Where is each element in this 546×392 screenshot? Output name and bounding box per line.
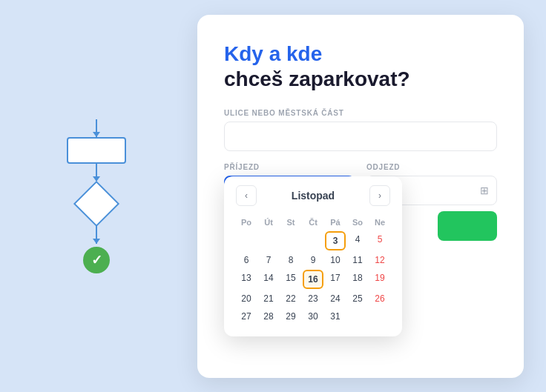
calendar-next-button[interactable]: › <box>369 185 390 206</box>
cal-day-27[interactable]: 27 <box>236 308 257 325</box>
cal-day-10[interactable]: 10 <box>325 252 346 268</box>
cal-day-empty <box>280 231 301 250</box>
title-line2: chceš zaparkovat? <box>224 67 410 90</box>
day-header-ct: Čt <box>303 215 323 230</box>
day-header-st: St <box>280 215 301 230</box>
cal-day-empty <box>369 308 390 325</box>
title-line1: Kdy a kde <box>224 42 322 65</box>
cal-day-empty <box>303 231 323 250</box>
flow-arrow-3 <box>96 226 97 244</box>
day-header-ne: Ne <box>369 215 390 230</box>
confirm-button[interactable] <box>438 211 497 241</box>
cal-day-4[interactable]: 4 <box>347 231 368 250</box>
day-header-pa: Pá <box>325 215 346 230</box>
calendar-popup: ‹ Listopad › Po Út St Čt Pá So Ne 3 4 5 … <box>224 176 402 336</box>
departure-calendar-icon: ⊞ <box>480 185 489 196</box>
cal-day-16[interactable]: 16 <box>303 270 323 289</box>
calendar-month: Listopad <box>292 190 335 202</box>
street-label: ULICE NEBO MĚSTSKÁ ČÁST <box>224 109 497 117</box>
day-header-po: Po <box>236 215 257 230</box>
page-title: Kdy a kde chceš zaparkovat? <box>224 41 497 91</box>
day-header-ut: Út <box>258 215 279 230</box>
flowchart-area: ✓ <box>0 0 193 392</box>
cal-day-6[interactable]: 6 <box>236 252 257 268</box>
cal-day-20[interactable]: 20 <box>236 290 257 307</box>
cal-day-21[interactable]: 21 <box>258 290 279 307</box>
cal-day-31[interactable]: 31 <box>325 308 346 325</box>
arrival-label: PŘÍJEZD <box>224 163 355 171</box>
cal-day-22[interactable]: 22 <box>280 290 301 307</box>
cal-day-5[interactable]: 5 <box>369 231 390 250</box>
cal-day-empty <box>258 231 279 250</box>
calendar-grid: Po Út St Čt Pá So Ne 3 4 5 6 7 8 9 10 11… <box>236 215 390 325</box>
cal-day-29[interactable]: 29 <box>280 308 301 325</box>
cal-day-8[interactable]: 8 <box>280 252 301 268</box>
street-input[interactable] <box>224 122 497 151</box>
calendar-prev-button[interactable]: ‹ <box>236 185 257 206</box>
departure-label: ODJEZD <box>366 163 497 171</box>
calendar-header: ‹ Listopad › <box>236 185 390 206</box>
main-card: Kdy a kde chceš zaparkovat? ULICE NEBO M… <box>197 15 524 378</box>
cal-day-9[interactable]: 9 <box>303 252 323 268</box>
cal-day-30[interactable]: 30 <box>303 308 323 325</box>
cal-day-23[interactable]: 23 <box>303 290 323 307</box>
flow-rect-1 <box>67 137 126 164</box>
cal-day-19[interactable]: 19 <box>369 270 390 289</box>
flow-arrow-2 <box>96 164 97 182</box>
cal-day-17[interactable]: 17 <box>325 270 346 289</box>
cal-day-12[interactable]: 12 <box>369 252 390 268</box>
cal-day-7[interactable]: 7 <box>258 252 279 268</box>
cal-day-13[interactable]: 13 <box>236 270 257 289</box>
flowchart: ✓ <box>67 119 126 273</box>
cal-day-11[interactable]: 11 <box>347 252 368 268</box>
day-header-so: So <box>347 215 368 230</box>
check-icon: ✓ <box>91 252 102 268</box>
cal-day-3[interactable]: 3 <box>325 231 346 250</box>
cal-day-empty <box>347 308 368 325</box>
cal-day-15[interactable]: 15 <box>280 270 301 289</box>
cal-day-empty <box>236 231 257 250</box>
cal-day-25[interactable]: 25 <box>347 290 368 307</box>
cal-day-26[interactable]: 26 <box>369 290 390 307</box>
cal-day-24[interactable]: 24 <box>325 290 346 307</box>
cal-day-28[interactable]: 28 <box>258 308 279 325</box>
flow-diamond <box>73 180 119 226</box>
flow-arrow-1 <box>96 119 97 137</box>
cal-day-18[interactable]: 18 <box>347 270 368 289</box>
cal-day-14[interactable]: 14 <box>258 270 279 289</box>
flow-check-circle: ✓ <box>83 247 110 273</box>
